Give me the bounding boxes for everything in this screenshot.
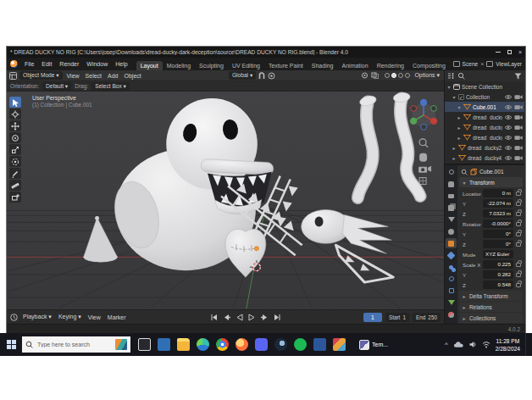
scale-y-field[interactable]: 0.282: [483, 270, 513, 279]
search-highlight-thumbnail[interactable]: [115, 339, 127, 350]
hide-eye-icon[interactable]: [504, 155, 513, 161]
timeline-view-menu[interactable]: View: [86, 314, 103, 320]
measure-tool[interactable]: [9, 180, 21, 191]
lock-icon[interactable]: [516, 283, 521, 287]
outliner-item[interactable]: ▸ dread_ducky: [445, 112, 524, 122]
workspace-tab[interactable]: Rendering: [373, 61, 408, 70]
menu-edit[interactable]: Edit: [38, 58, 55, 70]
workspace-tab[interactable]: Compositing: [408, 61, 449, 70]
disable-render-camera-icon[interactable]: [514, 114, 523, 120]
expand-icon[interactable]: ▸: [452, 145, 457, 151]
lock-icon[interactable]: [516, 263, 521, 267]
outliner-editor-icon[interactable]: [447, 72, 455, 80]
next-keyframe-button[interactable]: [260, 313, 269, 322]
add-primitive-tool[interactable]: [9, 192, 21, 203]
current-frame-field[interactable]: 1: [363, 313, 382, 322]
rendered-shading-icon[interactable]: [405, 73, 410, 78]
workspace-tab[interactable]: Modeling: [163, 61, 195, 70]
outliner-item[interactable]: ▸ dread_ducky4: [445, 153, 524, 163]
collections-section[interactable]: ▸ Collections: [459, 313, 523, 323]
xray-toggle-icon[interactable]: [371, 72, 379, 79]
outliner-collection[interactable]: ▾ ✓ Collection: [445, 92, 524, 102]
edge-icon[interactable]: [197, 338, 209, 351]
steam-icon[interactable]: [274, 338, 287, 351]
workspace-tab[interactable]: UV Editing: [228, 61, 264, 70]
menu-view[interactable]: View: [65, 73, 81, 79]
drag-dropdown[interactable]: Select Box ▾: [91, 82, 130, 91]
jump-end-button[interactable]: [273, 313, 282, 322]
disable-render-camera-icon[interactable]: [514, 94, 523, 100]
hide-eye-icon[interactable]: [504, 135, 513, 141]
chrome-icon[interactable]: [216, 338, 229, 351]
menu-window[interactable]: Window: [83, 58, 111, 70]
workspace-tab[interactable]: Sculpting: [195, 61, 228, 70]
lock-icon[interactable]: [516, 232, 521, 236]
minimize-button[interactable]: [496, 52, 501, 53]
menu-file[interactable]: File: [21, 58, 37, 70]
maximize-button[interactable]: [507, 50, 512, 54]
wifi-icon[interactable]: [482, 341, 490, 348]
marker-menu[interactable]: Marker: [106, 314, 128, 320]
play-reverse-button[interactable]: [235, 313, 244, 322]
scale-x-field[interactable]: 0.225: [483, 260, 513, 269]
start-button[interactable]: [0, 333, 22, 356]
relations-section[interactable]: ▸ Relations: [459, 302, 523, 312]
spotify-icon[interactable]: [294, 338, 307, 351]
editor-type-icon[interactable]: [9, 72, 17, 80]
task-view-icon[interactable]: [138, 338, 151, 351]
hide-eye-icon[interactable]: [504, 104, 513, 110]
transform-orientation-dropdown[interactable]: Global ▾: [229, 71, 256, 80]
onedrive-cloud-icon[interactable]: [453, 341, 464, 348]
orientation-dropdown[interactable]: Default ▾: [42, 82, 71, 91]
hide-eye-icon[interactable]: [504, 114, 513, 120]
scale-z-field[interactable]: 0.548: [483, 281, 513, 289]
outliner-scene-collection[interactable]: ▾ Scene Collection: [445, 81, 524, 92]
filter-icon[interactable]: [514, 73, 522, 80]
viewlayer-selector[interactable]: ViewLayer: [496, 61, 522, 67]
outliner-item-cube001[interactable]: ▾ Cube.001: [445, 102, 524, 112]
close-button[interactable]: ×: [518, 49, 522, 55]
search-icon[interactable]: [457, 72, 465, 80]
start-frame-field[interactable]: Start 1: [385, 313, 409, 322]
disable-render-camera-icon[interactable]: [514, 135, 523, 141]
workspace-tab[interactable]: Animation: [338, 61, 373, 70]
properties-tab-world-icon[interactable]: [446, 226, 457, 236]
lock-icon[interactable]: [516, 202, 521, 206]
properties-tab-object-icon[interactable]: [446, 238, 457, 248]
show-desktop-strip[interactable]: [525, 333, 530, 356]
cursor-tool[interactable]: [9, 108, 21, 119]
playback-menu[interactable]: Playback ▾: [21, 314, 53, 320]
taskbar-button-teams[interactable]: Tem...: [356, 333, 391, 356]
menu-add[interactable]: Add: [106, 73, 119, 79]
solid-shading-icon[interactable]: [391, 73, 396, 78]
menu-help[interactable]: Help: [112, 58, 130, 70]
rotate-tool[interactable]: [9, 132, 21, 143]
transform-panel-header[interactable]: ▾ Transform: [459, 177, 523, 187]
search-input[interactable]: [36, 341, 108, 348]
scene-selector[interactable]: Scene: [463, 61, 479, 67]
lock-icon[interactable]: [516, 222, 521, 226]
outliner-item[interactable]: ▸ dread_ducky3.0: [445, 132, 524, 142]
disable-render-camera-icon[interactable]: [514, 104, 523, 110]
file-explorer-icon[interactable]: [177, 338, 190, 351]
hide-eye-icon[interactable]: [504, 94, 513, 100]
select-box-tool[interactable]: [9, 97, 21, 108]
rotation-mode-dropdown[interactable]: XYZ Euler: [483, 250, 513, 258]
volume-icon[interactable]: [469, 341, 477, 348]
options-dropdown[interactable]: Options ▾: [413, 72, 441, 79]
rotation-y-field[interactable]: 0°: [483, 230, 513, 238]
transform-tool[interactable]: [9, 156, 21, 167]
scene-unlink-icon[interactable]: ×: [480, 61, 484, 67]
expand-icon[interactable]: ▸: [457, 114, 462, 120]
lock-icon[interactable]: [516, 192, 521, 196]
rotation-x-field[interactable]: -0.0000°: [483, 219, 513, 228]
expand-icon[interactable]: ▸: [457, 125, 462, 131]
scale-tool[interactable]: [9, 144, 21, 155]
hide-eye-icon[interactable]: [504, 145, 513, 151]
mode-dropdown[interactable]: Object Mode ▾: [19, 71, 63, 80]
outliner-item[interactable]: ▸ dread_ducky2.001: [445, 142, 524, 153]
expand-icon[interactable]: ▾: [457, 104, 462, 110]
taskbar-search[interactable]: [22, 336, 130, 353]
properties-tab-physics-icon[interactable]: [446, 274, 457, 284]
properties-tab-constraints-icon[interactable]: [446, 286, 457, 296]
